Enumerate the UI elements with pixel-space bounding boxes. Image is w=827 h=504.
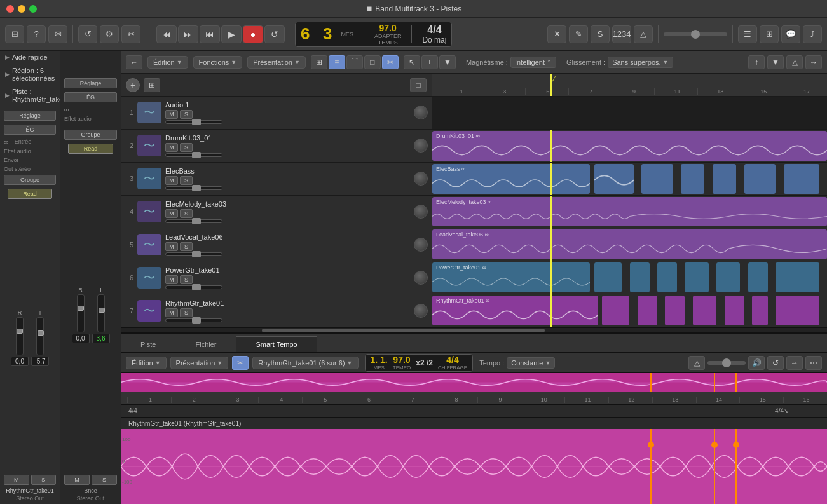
back-arrow-btn[interactable]: ← [126, 55, 142, 69]
film-view-toggle[interactable]: □ [364, 55, 381, 69]
track-name-selector[interactable]: RhythmGtr_take01 (6 sur 6) ▼ [252, 357, 358, 369]
hide-panel-btn[interactable]: □ [410, 78, 427, 92]
pan-knob-6[interactable] [414, 271, 428, 285]
expand-btn[interactable]: ↔ [805, 55, 822, 69]
m2-btn[interactable]: M [64, 475, 90, 485]
solo-btn-6[interactable]: S [180, 275, 193, 284]
eg-btn[interactable]: ÉG [4, 125, 56, 135]
solo-btn-3[interactable]: S [180, 176, 193, 185]
grid-view-toggle[interactable]: ⊞ [311, 55, 327, 69]
piste-tab[interactable]: Piste [121, 336, 175, 352]
arrow-up-btn[interactable]: ↑ [748, 55, 765, 69]
list-view-toggle[interactable]: ≡ [329, 55, 345, 69]
add-tool[interactable]: + [421, 55, 438, 69]
down-btn[interactable]: ▼ [767, 55, 784, 69]
region-7g[interactable] [752, 296, 768, 325]
edition-menu-btn[interactable]: Édition ▼ [147, 56, 188, 69]
region-6h[interactable] [776, 262, 819, 292]
share-btn[interactable]: ⤴ [803, 25, 822, 43]
region-2[interactable]: DrumKit.03_01 ∞ [432, 131, 827, 161]
read2-btn[interactable]: Read [68, 144, 113, 154]
mixer-button[interactable]: ⚙ [100, 25, 119, 43]
solo-btn-5[interactable]: S [180, 242, 193, 251]
region-6g[interactable] [748, 262, 768, 292]
expand2-btn[interactable]: ↔ [786, 356, 803, 370]
region-5[interactable]: LeadVocal_take06 ∞ [432, 229, 827, 259]
edit-view-toggle[interactable]: ✂ [382, 55, 399, 69]
r-fader[interactable] [16, 317, 24, 355]
tempo-mode-selector[interactable]: Constante ▼ [507, 357, 555, 369]
list-view-btn[interactable]: ☰ [738, 25, 757, 43]
help-button[interactable]: ? [27, 25, 46, 43]
solo-btn-7[interactable]: S [180, 308, 193, 317]
fader-7[interactable] [165, 318, 222, 322]
beat-marker-3[interactable] [735, 429, 737, 504]
fonctions-menu-btn[interactable]: Fonctions ▼ [193, 56, 243, 69]
bottom-volume-track[interactable] [707, 361, 746, 365]
num-btn[interactable]: 1234 [612, 25, 631, 43]
add-tool-2[interactable]: ▼ [439, 55, 456, 69]
info-button[interactable]: ⊞ [5, 25, 24, 43]
region-7c[interactable] [638, 296, 657, 325]
i2-fader[interactable] [97, 294, 105, 332]
smart-tempo-tab[interactable]: Smart Tempo [236, 336, 317, 352]
region-7d[interactable] [665, 296, 685, 325]
beat-marker-1[interactable] [650, 429, 652, 504]
region-3g[interactable] [784, 164, 819, 194]
rewind-button[interactable]: ⏮ [156, 25, 177, 43]
region-3a[interactable]: ElecBass ∞ [432, 164, 590, 194]
mute-btn-7[interactable]: M [165, 308, 178, 317]
beat-marker-2[interactable] [714, 429, 715, 504]
region-7f[interactable] [725, 296, 744, 325]
fader-1[interactable] [165, 120, 222, 124]
piste-item[interactable]: ▶ Piste : RhythmGtr_take01 [0, 85, 60, 106]
master-volume-track[interactable] [664, 32, 727, 36]
cursor-tool[interactable]: ↖ [404, 55, 420, 69]
fast-forward-button[interactable]: ⏭ [178, 25, 198, 43]
grid-view-btn[interactable]: ⊞ [760, 25, 779, 43]
s2-btn[interactable]: S [92, 475, 117, 485]
scissors-button[interactable]: ✂ [121, 25, 140, 43]
mute-btn-1[interactable]: M [165, 110, 178, 119]
region-6c[interactable] [630, 262, 650, 292]
mute-btn-5[interactable]: M [165, 242, 178, 251]
close-icon-btn[interactable]: ✕ [547, 25, 566, 43]
fader-2[interactable] [165, 153, 222, 157]
speaker-btn[interactable]: 🔊 [748, 356, 765, 370]
presentation-menu-btn[interactable]: Présentation ▼ [247, 56, 306, 69]
reglage2-btn[interactable]: Réglage [64, 78, 117, 88]
fader-5[interactable] [165, 252, 222, 256]
tracks-scrollbar[interactable] [121, 327, 827, 332]
pan-knob-5[interactable] [414, 238, 428, 252]
s-btn[interactable]: S [591, 25, 610, 43]
add-track-btn[interactable]: + [126, 78, 140, 92]
region-7a[interactable]: RhythmGtr_take01 ∞ [432, 296, 598, 325]
record-button[interactable]: ● [243, 25, 263, 43]
region-6d[interactable] [657, 262, 677, 292]
triangle-bottom-btn[interactable]: △ [688, 356, 705, 370]
region-7e[interactable] [693, 296, 716, 325]
triangle-btn[interactable]: △ [634, 25, 653, 43]
browser-button[interactable]: ✉ [48, 25, 67, 43]
fichier-tab[interactable]: Fichier [175, 336, 236, 352]
pan-knob-4[interactable] [414, 205, 428, 219]
chat-btn[interactable]: 💬 [781, 25, 800, 43]
groupe2-btn[interactable]: Groupe [64, 130, 117, 140]
mute-btn-2[interactable]: M [165, 143, 178, 152]
region-6f[interactable] [716, 262, 740, 292]
triangle2-btn[interactable]: △ [786, 55, 803, 69]
pan-knob-3[interactable] [414, 172, 428, 186]
region-3d[interactable] [681, 164, 704, 194]
region-6e[interactable] [685, 262, 708, 292]
fader-4[interactable] [165, 219, 222, 223]
region-7h[interactable] [776, 296, 819, 325]
region-3c[interactable] [641, 164, 673, 194]
s-btn2[interactable]: S [31, 475, 57, 485]
region-7b[interactable] [602, 296, 629, 325]
duplicate-btn[interactable]: ⊞ [144, 78, 160, 92]
edition-bottom-btn[interactable]: Édition ▼ [126, 357, 167, 369]
loop-btn[interactable]: ↺ [767, 356, 784, 370]
undo-button[interactable]: ↺ [78, 25, 97, 43]
groupe-btn[interactable]: Groupe [4, 175, 56, 185]
region-item[interactable]: ▶ Région : 6 sélectionnées [0, 64, 60, 85]
